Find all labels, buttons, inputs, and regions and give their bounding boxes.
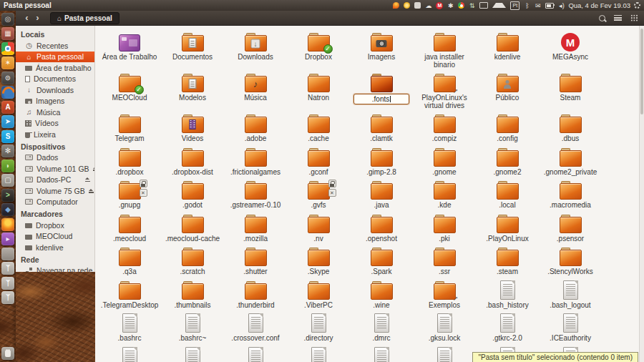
telegram-app-icon[interactable]: ➤ [1,115,14,128]
grid-item[interactable]: .gimp-2.8 [350,146,413,178]
grid-item[interactable]: .bash_history [476,279,539,311]
grid-item[interactable]: .bashrc~ [161,312,224,344]
grid-item[interactable]: .pki [413,212,476,245]
grid-item[interactable]: .bashrc [98,312,161,344]
grid-item[interactable]: .thunderbird [224,279,287,311]
grid-item[interactable]: kdenlive [476,31,539,70]
grid-item[interactable]: ✕.gnupg [98,179,161,211]
grid-item[interactable]: .psensor [539,212,602,245]
current-location-tab[interactable]: ⌂ Pasta pessoal [50,12,119,24]
sidebar-item-recentes[interactable]: ◷Recentes [16,40,94,52]
mega-tray-icon[interactable]: M [436,2,443,9]
grid-item[interactable]: .frictionalgames [224,146,287,178]
grid-item[interactable]: Modelos [161,72,224,111]
grid-item[interactable]: Videos [161,112,224,145]
session-gear-icon[interactable] [634,2,640,9]
grid-item[interactable]: Steam [539,72,602,111]
grid-item[interactable]: .install4j [98,346,161,362]
bluetooth-tray-icon[interactable]: ᛒ [524,2,530,9]
grid-item[interactable]: .meocloud [98,212,161,245]
sidebar-item-documentos[interactable]: Documentos [16,74,94,85]
grid-item[interactable]: .local [476,179,539,211]
eject-icon[interactable] [89,189,94,193]
sync-arrows-tray-icon[interactable]: ⇅ [469,2,475,9]
sidebar-item-volume-101-gb[interactable]: Volume 101 GB [16,163,94,175]
sidebar-item-navegar-na-rede[interactable]: Navegar na rede [16,265,94,273]
gray-app-icon[interactable] [1,248,14,260]
grid-item[interactable]: .ssr [413,245,476,278]
grid-item[interactable]: ↓Downloads [224,31,287,70]
grid-item[interactable]: .gconf [287,146,350,178]
a-red-app-icon[interactable]: A [1,101,14,114]
skype-app-icon[interactable]: S [1,130,14,143]
grid-item[interactable]: .directory [287,312,350,344]
grid-item[interactable]: .ViberPC [287,279,350,311]
usb-drive-1-icon[interactable]: ᛉ [1,262,14,275]
forward-button[interactable]: › [32,11,43,24]
grid-item[interactable]: .compiz [413,112,476,145]
grid-item[interactable]: MMEGAsync [539,31,602,70]
grid-item[interactable]: Telegram [98,112,161,145]
grid-item[interactable]: Público [476,72,539,111]
grid-item[interactable]: .gnome2_private [539,146,602,178]
dash-home-icon[interactable]: ◎ [1,13,14,26]
grid-item[interactable]: .gksu.lock [413,312,476,344]
grid-item[interactable]: .PlayOnLinux [476,212,539,245]
grid-item[interactable]: .dmrc [350,312,413,344]
usb-drive-2-icon[interactable]: ᛉ [1,277,14,290]
grid-item[interactable]: .mozilla [224,212,287,245]
grid-item[interactable]: java installer binario [413,31,476,70]
sidebar-item-dropbox[interactable]: Dropbox [16,220,94,231]
flame-app-icon[interactable] [1,218,14,231]
grid-item[interactable]: .Skype [287,245,350,278]
grid-item[interactable]: .kde [413,179,476,211]
sidebar-item-kdenlive[interactable]: kdenlive [16,242,94,253]
mail-tray-icon[interactable]: ✉ [535,2,541,9]
grid-item[interactable]: .mailcap [161,346,224,362]
grid-item[interactable]: .TelegramDesktop [98,279,161,311]
battery-tray-icon[interactable] [545,3,554,9]
tools-app-icon[interactable]: ✻ [1,145,14,157]
sidebar-item-v-deos[interactable]: Vídeos [16,118,94,129]
grid-item[interactable]: .steam [476,245,539,278]
grid-item[interactable]: .clamtk [350,112,413,145]
grid-view-icon[interactable] [630,14,638,21]
grid-item[interactable]: .dbus [539,112,602,145]
wifi-tray-icon[interactable] [492,3,506,8]
grid-item[interactable]: .gnome2 [476,146,539,178]
list-view-icon[interactable] [614,15,622,21]
sidebar-item-downloads[interactable]: ↓Downloads [16,84,94,96]
grid-item[interactable]: .mime.types [224,346,287,362]
grid-item[interactable]: .meocloud-cache [161,212,224,245]
grid-item[interactable]: .ICEauthority [539,312,602,344]
grid-item[interactable]: .StencylWorks [539,245,602,278]
grid-item[interactable]: .nv [287,212,350,245]
grid-item[interactable]: .thumbnails [161,279,224,311]
leaf-app-icon[interactable]: ◗ [1,160,14,172]
grid-item[interactable]: ✕.gvfs [287,179,350,211]
scrollbar[interactable] [639,26,644,362]
grid-item[interactable]: .shutter [224,245,287,278]
grid-item[interactable]: →Exemplos [413,279,476,311]
screenshot-app-icon[interactable]: ⊙ [1,72,14,84]
grid-item[interactable]: .dropbox [98,146,161,178]
camera-app-icon[interactable]: ▢ [1,174,14,187]
grid-item[interactable]: .crossover.conf [224,312,287,344]
grid-item[interactable]: .bash_logout [539,279,602,311]
grid-item[interactable]: .nvidia-settings-rc [287,346,350,362]
grid-item[interactable]: .macromedia [539,179,602,211]
rename-input[interactable]: .fonts [353,94,409,104]
thermometer-tray-icon[interactable] [414,2,421,9]
grid-item[interactable]: Área de Trabalho [98,31,161,70]
sidebar-item-imagens[interactable]: Imagens [16,96,94,107]
video-app-icon[interactable]: ▸ [1,233,14,245]
sidebar-item-meocloud[interactable]: MEOCloud [16,231,94,243]
eject-icon[interactable] [85,177,90,182]
firefox-app-icon[interactable] [1,86,14,99]
sidebar-item-volume-75-gb[interactable]: Volume 75 GB [16,185,94,197]
grid-item[interactable]: Documentos [161,31,224,70]
grid-item[interactable]: .q3a [98,245,161,278]
grid-item[interactable]: ♪Música [224,72,287,111]
software-app-icon[interactable]: ✶ [1,57,14,69]
grid-item[interactable]: .config [476,112,539,145]
